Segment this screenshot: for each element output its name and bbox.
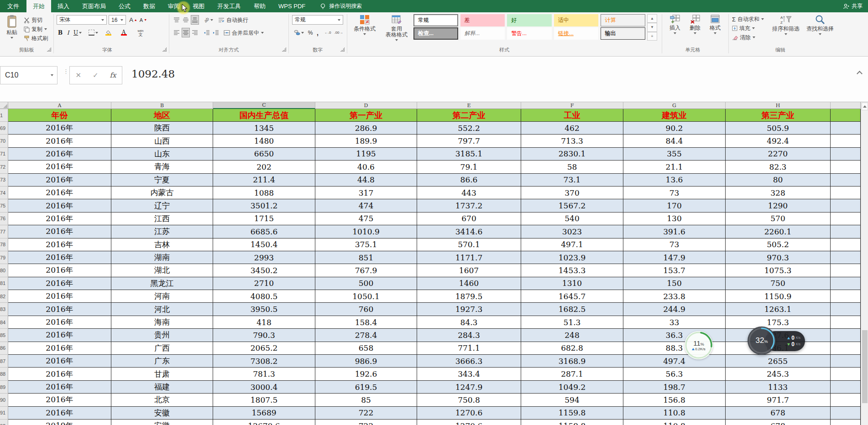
cell-industry[interactable]: 540 bbox=[521, 212, 623, 225]
row-header[interactable]: 71 bbox=[0, 148, 8, 161]
cell-gdp[interactable]: 1450.4 bbox=[213, 238, 315, 251]
cell-tertiary-industry[interactable]: 80 bbox=[726, 174, 831, 187]
cell-industry[interactable]: 51.3 bbox=[521, 316, 623, 329]
scrollbar-thumb[interactable] bbox=[862, 330, 868, 403]
header-cell[interactable]: 国内生产总值 bbox=[213, 109, 315, 122]
cell-secondary-industry[interactable]: 1171.7 bbox=[417, 251, 521, 264]
ribbon-tab[interactable]: 插入 bbox=[51, 0, 76, 12]
cell-extra[interactable] bbox=[831, 225, 861, 238]
formula-bar-splitter[interactable]: ⋮ bbox=[63, 70, 69, 73]
orientation-button[interactable]: ab bbox=[203, 15, 214, 25]
cell-region[interactable]: 贵州 bbox=[111, 329, 213, 342]
cell-year[interactable]: 2016年 bbox=[8, 174, 111, 187]
cell-construction[interactable]: 147.9 bbox=[623, 251, 726, 264]
cell-construction[interactable]: 355 bbox=[623, 148, 726, 161]
cell-region[interactable]: 甘肃 bbox=[111, 368, 213, 380]
cell-industry[interactable]: 3023 bbox=[521, 225, 623, 238]
cell-construction[interactable]: 56.3 bbox=[623, 368, 726, 380]
column-header[interactable] bbox=[831, 102, 861, 109]
cell-primary-industry[interactable]: 767.9 bbox=[315, 264, 417, 277]
row-header[interactable]: 79 bbox=[0, 251, 8, 264]
ribbon-tab[interactable]: WPS PDF bbox=[272, 0, 312, 12]
select-all-corner[interactable] bbox=[0, 102, 8, 109]
cell-secondary-industry[interactable]: 552.2 bbox=[417, 122, 521, 135]
ribbon-tab[interactable]: 开发工具 bbox=[211, 0, 247, 12]
cell-style-item[interactable]: 好 bbox=[507, 14, 552, 26]
cell-industry[interactable]: 1682.5 bbox=[521, 303, 623, 316]
cell-primary-industry[interactable]: 286.9 bbox=[315, 122, 417, 135]
cell-secondary-industry[interactable]: 343.4 bbox=[417, 368, 521, 380]
cell-industry[interactable]: 2830.1 bbox=[521, 148, 623, 161]
column-header[interactable]: C bbox=[213, 102, 315, 109]
cell-region[interactable]: 河北 bbox=[111, 303, 213, 316]
cell-style-item[interactable]: 警告... bbox=[507, 27, 552, 40]
align-center-button[interactable] bbox=[182, 28, 190, 37]
cell-year[interactable]: 2016年 bbox=[8, 303, 111, 316]
cell-gdp[interactable]: 12670.6 bbox=[213, 420, 315, 425]
cell-year[interactable]: 2016年 bbox=[8, 225, 111, 238]
comma-style-button[interactable]: , bbox=[315, 28, 320, 37]
cell-tertiary-industry[interactable]: 505.9 bbox=[726, 122, 831, 135]
cell-tertiary-industry[interactable]: 2260.1 bbox=[726, 225, 831, 238]
cell-secondary-industry[interactable]: 284.3 bbox=[417, 329, 521, 342]
cell-construction[interactable]: 156.8 bbox=[623, 394, 726, 406]
cell-industry[interactable]: 1159.8 bbox=[521, 420, 623, 425]
cell-region[interactable]: 湖南 bbox=[111, 251, 213, 264]
alignment-dialog-launcher[interactable] bbox=[282, 47, 286, 52]
cell-tertiary-industry[interactable]: 678 bbox=[726, 407, 831, 420]
cell-extra[interactable] bbox=[831, 290, 861, 303]
cell-gdp[interactable]: 2710 bbox=[213, 277, 315, 290]
cell-year[interactable]: 2016年 bbox=[8, 122, 111, 135]
header-cell[interactable]: 第三产业 bbox=[726, 109, 831, 122]
cell-region[interactable]: 山东 bbox=[111, 148, 213, 161]
cell-region[interactable]: 山西 bbox=[111, 135, 213, 147]
cell-year[interactable]: 2016年 bbox=[8, 290, 111, 303]
cell-construction[interactable]: 73 bbox=[623, 187, 726, 199]
cell-region[interactable]: 内蒙古 bbox=[111, 187, 213, 199]
cell-secondary-industry[interactable]: 670 bbox=[417, 212, 521, 225]
row-header[interactable]: 89 bbox=[0, 381, 8, 394]
decrease-indent-button[interactable] bbox=[203, 28, 211, 37]
cell-construction[interactable]: 198.7 bbox=[623, 381, 726, 394]
paste-button[interactable]: 粘贴 bbox=[2, 14, 22, 45]
cell-tertiary-industry[interactable]: 678 bbox=[726, 420, 831, 425]
cell-gdp[interactable]: 2065.2 bbox=[213, 342, 315, 355]
cell-primary-industry[interactable]: 192.6 bbox=[315, 368, 417, 380]
row-header[interactable]: 74 bbox=[0, 187, 8, 199]
row-header[interactable]: 76 bbox=[0, 212, 8, 225]
cell-secondary-industry[interactable]: 797.7 bbox=[417, 135, 521, 147]
format-painter-button[interactable]: 格式刷 bbox=[24, 34, 48, 42]
cell-extra[interactable] bbox=[831, 238, 861, 251]
formula-bar-collapse-chevron[interactable] bbox=[857, 71, 863, 77]
cell-extra[interactable] bbox=[831, 316, 861, 329]
cell-primary-industry[interactable]: 722 bbox=[315, 407, 417, 420]
cell-year[interactable]: 2016年 bbox=[8, 238, 111, 251]
cell-industry[interactable]: 1645.7 bbox=[521, 290, 623, 303]
cell-primary-industry[interactable]: 474 bbox=[315, 199, 417, 212]
cell-year[interactable]: 2016年 bbox=[8, 135, 111, 147]
wrap-text-button[interactable]: 自动换行 bbox=[218, 16, 248, 24]
cell-style-item[interactable]: 适中 bbox=[554, 14, 599, 26]
row-header[interactable]: 90 bbox=[0, 394, 8, 406]
column-header[interactable]: A bbox=[8, 102, 111, 109]
cell-year[interactable]: 2016年 bbox=[8, 199, 111, 212]
header-cell[interactable]: 第一产业 bbox=[315, 109, 417, 122]
cell-tertiary-industry[interactable]: 175.3 bbox=[726, 316, 831, 329]
cell-industry[interactable]: 3168.9 bbox=[521, 355, 623, 368]
cell-tertiary-industry[interactable]: 971.7 bbox=[726, 394, 831, 406]
cell-secondary-industry[interactable]: 86.6 bbox=[417, 174, 521, 187]
format-as-table-button[interactable]: 套用表格格式 bbox=[382, 14, 412, 45]
cell-year[interactable]: 2016年 bbox=[8, 277, 111, 290]
number-dialog-launcher[interactable] bbox=[340, 47, 345, 52]
row-header[interactable]: 78 bbox=[0, 238, 8, 251]
cell-year[interactable]: 2019年 bbox=[8, 420, 111, 425]
header-cell[interactable] bbox=[831, 109, 861, 122]
cell-secondary-industry[interactable]: 1460 bbox=[417, 277, 521, 290]
name-box[interactable]: C10 bbox=[0, 66, 58, 84]
cell-secondary-industry[interactable]: 570.1 bbox=[417, 238, 521, 251]
floating-monitor-large[interactable]: 32% bbox=[748, 327, 776, 355]
cell-tertiary-industry[interactable]: 1075.3 bbox=[726, 264, 831, 277]
cell-tertiary-industry[interactable]: 1290 bbox=[726, 199, 831, 212]
row-header[interactable]: 92 bbox=[0, 420, 8, 425]
cell-tertiary-industry[interactable]: 245.3 bbox=[726, 368, 831, 380]
